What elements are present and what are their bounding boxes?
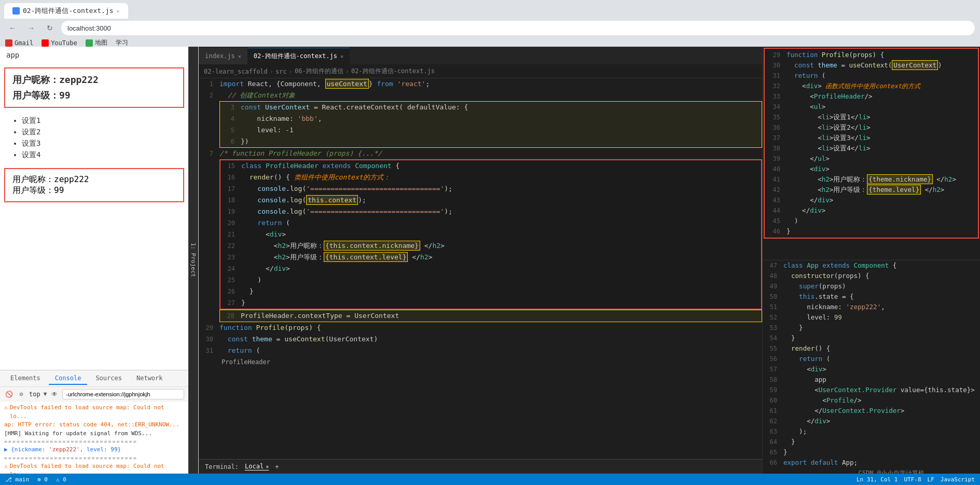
console-top-label[interactable]: top <box>29 391 40 398</box>
code-line-15: 15 class ProfileHeader extends Component… <box>220 160 761 172</box>
r-line-52: 52 level: 99 <box>763 312 980 323</box>
code-line-21: 21 <div> <box>220 229 761 240</box>
bookmark-youtube-label: YouTube <box>51 39 77 47</box>
tab-label: 02-跨组件通信-context.js <box>23 6 114 16</box>
code-line-22: 22 <h2>用户昵称：{this.context.nickname} </h2… <box>220 240 761 252</box>
app-label: app <box>0 47 188 63</box>
reload-button[interactable]: ↻ <box>43 21 57 35</box>
console-sep-1: ================================ <box>4 438 184 446</box>
forward-button[interactable]: → <box>24 21 38 35</box>
r-line-60: 60 <Profile/> <box>763 395 980 406</box>
console-sep-2: ================================ <box>4 454 184 462</box>
bookmark-maps[interactable]: 地图 <box>86 38 107 47</box>
r-line-37: 37 <li>设置3</li> <box>766 133 977 143</box>
right-bottom-code: 47 class App extends Component { 48 cons… <box>763 260 980 474</box>
r-line-32: 32 <div> 函数式组件中使用context的方式 <box>766 81 977 91</box>
tab-index-close[interactable]: ✕ <box>238 53 241 59</box>
r-line-54: 54 } <box>763 333 980 343</box>
tab-favicon <box>12 7 20 15</box>
back-button[interactable]: ← <box>5 21 20 35</box>
console-log-hmr: [HMR] Waiting for update signal from WDS… <box>4 429 184 438</box>
r-line-51: 51 nickname: 'zepp222', <box>763 302 980 312</box>
r-line-65: 65 } <box>763 447 980 458</box>
terminal-tab-local[interactable]: Local ✕ <box>245 463 269 470</box>
editor-area: index.js ✕ 02-跨组件通信-context.js ✕ 02-lear… <box>199 47 762 474</box>
terminal-tab-add[interactable]: + <box>275 463 279 470</box>
console-filter-input[interactable] <box>62 389 184 399</box>
right-top-code: 29 function Profile(props) { 30 const th… <box>763 47 980 260</box>
console-warn-text-3: DevTools failed to load source map: Coul… <box>10 462 184 474</box>
browser-toolbar: ← → ↻ <box>0 19 980 37</box>
status-bar: ⎇ main ⊗ 0 ⚠ 0 Ln 31, Col 1 UTF-8 LF Jav… <box>0 474 980 485</box>
console-warn-3: ⚠ DevTools failed to load source map: Co… <box>4 462 184 474</box>
eye-icon[interactable]: 👁 <box>50 390 59 399</box>
devtools-tab-network[interactable]: Network <box>130 372 169 385</box>
editor-tab-index[interactable]: index.js ✕ <box>199 48 247 64</box>
filter-icon[interactable]: ⊘ <box>17 390 26 399</box>
side-tabs: 1: Project 2: Favorites Z: Structure <box>188 47 199 474</box>
r-line-61: 61 </UserContext.Provider> <box>763 406 980 416</box>
bookmark-study[interactable]: 学习 <box>116 38 128 47</box>
r-line-46: 46 } <box>766 226 977 237</box>
r-line-66: 66 export default App; <box>763 458 980 468</box>
breadcrumb-sep-1: › <box>270 68 273 75</box>
browser-tabs: 02-跨组件通信-context.js ✕ <box>0 0 980 19</box>
r-line-67: CSDN @小小自学计算机 <box>763 468 980 474</box>
devtools-tab-console[interactable]: Console <box>49 372 88 385</box>
r-line-57: 57 <div> <box>763 364 980 375</box>
r-line-41: 41 <h2>用户昵称：{theme.nickname} </h2> <box>766 174 977 185</box>
breadcrumb-comm: 06-跨组件的通信 <box>295 67 343 76</box>
code-line-3: 3 const UserContext = React.createContex… <box>220 102 762 113</box>
gmail-icon <box>5 39 12 47</box>
editor-tab-context[interactable]: 02-跨组件通信-context.js ✕ <box>247 48 350 64</box>
r-line-43: 43 </div> <box>766 195 977 205</box>
status-errors: ⊗ 0 <box>37 476 48 483</box>
console-obj[interactable]: ▶ {nickname: 'zepp222', level: 99} <box>4 446 184 454</box>
code-line-27: 27 } <box>220 297 761 309</box>
code-line-26: 26 } <box>220 286 761 297</box>
side-tab-project[interactable]: 1: Project <box>188 47 199 474</box>
code-editor[interactable]: 1 import React, {Component, useContext} … <box>199 78 762 459</box>
devtools-tab-elements[interactable]: Elements <box>4 372 47 385</box>
user-info-box-bottom: 用户昵称：zepp222 用户等级：99 <box>4 168 184 202</box>
r-line-33: 33 <ProfileHeader/> <box>766 91 977 102</box>
r-line-47: 47 class App extends Component { <box>763 260 980 271</box>
console-warn-text-2: ap: HTTP error: status code 404, net::ER… <box>4 421 180 429</box>
code-line-29: 29 function Profile(props) { <box>199 322 762 334</box>
address-bar[interactable] <box>61 21 975 35</box>
clear-console-icon[interactable]: 🚫 <box>4 390 13 399</box>
browser-tab[interactable]: 02-跨组件通信-context.js ✕ <box>4 3 128 19</box>
breadcrumb-sep-2: › <box>289 68 293 75</box>
r-line-36: 36 <li>设置2</li> <box>766 122 977 133</box>
bookmark-gmail[interactable]: Gmail <box>5 39 33 47</box>
code-line-20: 20 return ( <box>220 217 761 229</box>
code-line-2: 2 // 创建Context对象 <box>199 90 762 101</box>
code-line-17: 17 console.log('========================… <box>220 183 761 195</box>
devtools-toolbar: 🚫 ⊘ top ▼ 👁 <box>0 387 188 401</box>
main-area: app 用户昵称：zepp222 用户等级：99 设置1 设置2 设置3 设置4… <box>0 47 980 474</box>
bookmark-study-label: 学习 <box>116 38 128 47</box>
code-line-30: 30 const theme = useContext(UserContext) <box>199 334 762 345</box>
r-line-48: 48 constructor(props) { <box>763 271 980 281</box>
preview-content: 用户昵称：zepp222 用户等级：99 设置1 设置2 设置3 设置4 用户昵… <box>0 63 188 206</box>
status-right: Ln 31, Col 1 UTF-8 LF JavaScript <box>857 476 975 483</box>
tab-close-icon[interactable]: ✕ <box>117 8 120 14</box>
r-line-40: 40 <div> <box>766 164 977 174</box>
r-line-44: 44 </div> <box>766 205 977 216</box>
breadcrumb-file: 02-跨组件通信-context.js <box>351 67 435 76</box>
terminal-tab-close[interactable]: ✕ <box>266 464 269 469</box>
code-line-bottom-label: ProfileHeader <box>199 356 762 368</box>
r-line-53: 53 } <box>763 323 980 333</box>
bookmark-youtube[interactable]: YouTube <box>42 39 77 47</box>
tab-context-close[interactable]: ✕ <box>340 53 343 59</box>
code-line-5: 5 level: -1 <box>220 124 762 136</box>
user-nickname-top: 用户昵称：zepp222 <box>12 74 176 86</box>
r-line-30: 30 const theme = useContext(UserContext) <box>766 60 977 71</box>
devtools-tab-sources[interactable]: Sources <box>89 372 128 385</box>
preview-section: app 用户昵称：zepp222 用户等级：99 设置1 设置2 设置3 设置4… <box>0 47 188 370</box>
r-line-49: 49 super(props) <box>763 281 980 292</box>
terminal-bar: Terminal: Local ✕ + <box>199 459 762 474</box>
r-line-35: 35 <li>设置1</li> <box>766 112 977 122</box>
code-line-31: 31 return ( <box>199 345 762 356</box>
editor-tab-index-label: index.js <box>205 52 235 60</box>
